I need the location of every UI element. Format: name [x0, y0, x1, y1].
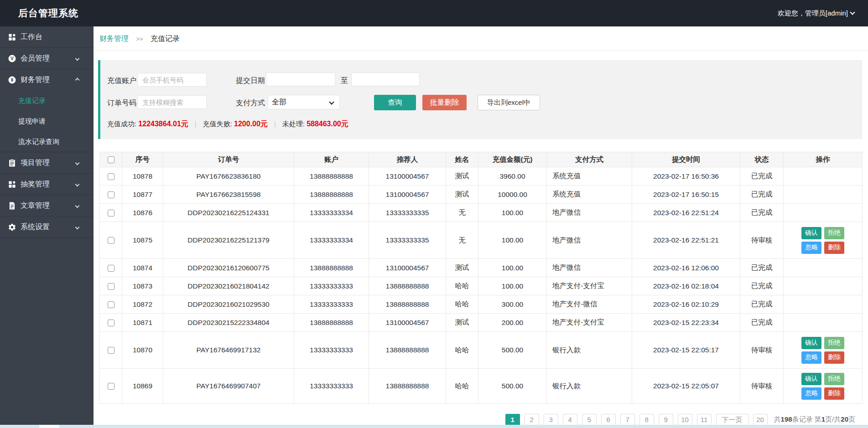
- table-row: 10878PAY16766238361801388888888813100004…: [100, 167, 863, 186]
- table-row: 10869PAY16764699074071333333333313888888…: [100, 369, 863, 404]
- row-checkbox[interactable]: [108, 301, 114, 308]
- account-input[interactable]: [137, 73, 207, 87]
- cell-submit-time: 2023-02-15 22:23:34: [632, 314, 740, 332]
- table-row: 10874DDP20230216120600775138888888881310…: [100, 259, 863, 277]
- payment-select-value: 全部: [272, 98, 286, 106]
- sidebar-item-settings[interactable]: 系统设置: [0, 217, 94, 237]
- reject-button[interactable]: 拒绝: [824, 227, 844, 239]
- sidebar-item-workbench[interactable]: 工作台: [0, 26, 94, 47]
- page-button-1[interactable]: 1: [505, 414, 520, 425]
- ignore-button[interactable]: 忽略: [801, 387, 821, 400]
- cell-order-no: PAY1676623836180: [163, 167, 294, 186]
- sidebar-item-finance[interactable]: ¥财务管理: [0, 69, 94, 90]
- page-button-10[interactable]: 10: [678, 414, 692, 425]
- finance-icon: ¥: [8, 76, 16, 84]
- cell-account: 13333333334: [294, 204, 369, 222]
- row-checkbox[interactable]: [108, 347, 114, 354]
- confirm-button[interactable]: 确认: [801, 337, 821, 349]
- date-label: 提交日期: [236, 76, 265, 86]
- delete-button[interactable]: 删除: [824, 242, 844, 254]
- cell-actions: [784, 314, 863, 332]
- cell-status: 已完成: [740, 167, 784, 186]
- cell-order-no: DDP20230216225121379: [163, 222, 294, 259]
- account-label: 充值账户: [107, 76, 136, 86]
- row-checkbox[interactable]: [108, 237, 114, 244]
- row-checkbox[interactable]: [108, 320, 114, 326]
- row-checkbox[interactable]: [108, 210, 114, 217]
- scrollbar-thumb[interactable]: [39, 425, 59, 428]
- date-to-input[interactable]: [351, 72, 420, 86]
- breadcrumb-parent[interactable]: 财务管理: [99, 35, 129, 42]
- row-checkbox[interactable]: [108, 191, 114, 198]
- page-button-3[interactable]: 3: [544, 414, 558, 425]
- cell-order-no: PAY1676469907407: [163, 369, 294, 404]
- date-from-input[interactable]: [266, 72, 335, 86]
- sidebar-item-member[interactable]: V会员管理: [0, 48, 94, 69]
- delete-button[interactable]: 删除: [824, 351, 844, 364]
- cell-submit-time: 2023-02-16 02:10:29: [632, 295, 740, 314]
- cell-actions: [784, 295, 863, 314]
- sidebar-item-article[interactable]: 文章管理: [0, 195, 94, 216]
- breadcrumb-bar: 财务管理 >> 充值记录: [94, 26, 868, 51]
- page-button-11[interactable]: 11: [697, 414, 712, 425]
- batch-delete-button[interactable]: 批量删除: [422, 95, 467, 110]
- page-button-8[interactable]: 8: [639, 414, 654, 425]
- search-button[interactable]: 查询: [374, 95, 416, 110]
- cell-order-no: PAY1676623815598: [163, 186, 294, 204]
- sidebar-item-project[interactable]: 项目管理: [0, 152, 94, 173]
- row-checkbox[interactable]: [108, 265, 114, 272]
- records-table: 序号订单号账户推荐人姓名充值金额(元)支付方式提交时间状态操作 10878PAY…: [99, 152, 863, 404]
- sidebar-item-label: 文章管理: [21, 201, 50, 211]
- sidebar-item-lottery[interactable]: 抽奖管理: [0, 174, 94, 195]
- delete-button[interactable]: 删除: [824, 387, 844, 400]
- cell-account: 13333333334: [294, 222, 369, 259]
- row-checkbox[interactable]: [108, 383, 114, 390]
- select-all-checkbox[interactable]: [108, 156, 114, 163]
- confirm-button[interactable]: 确认: [801, 227, 821, 239]
- cell-payment-method: 地产微信: [547, 222, 632, 259]
- cell-status: 待审核: [740, 369, 784, 404]
- page-button-4[interactable]: 4: [563, 414, 577, 425]
- last-page-button[interactable]: 20: [753, 414, 768, 425]
- sidebar-item-label: 项目管理: [21, 158, 50, 168]
- sidebar-subitem-transaction-query[interactable]: 流水记录查询: [0, 131, 94, 152]
- confirm-button[interactable]: 确认: [801, 373, 821, 385]
- page-button-7[interactable]: 7: [620, 414, 635, 425]
- stat-label: 充值成功:: [107, 120, 138, 128]
- cell-submit-time: 2023-02-16 22:51:21: [632, 222, 740, 259]
- cell-referrer: 13333333335: [369, 204, 446, 222]
- cell-actions: [784, 277, 863, 295]
- payment-select[interactable]: 全部: [268, 95, 340, 109]
- cell-name: 测试: [446, 314, 478, 332]
- export-excel-button[interactable]: 导出到excel中: [478, 95, 540, 110]
- page-button-2[interactable]: 2: [525, 414, 539, 425]
- cell-account: 13333333333: [294, 295, 369, 314]
- pagination-summary: 共198条记录 第1页/共20页: [774, 415, 855, 424]
- order-input[interactable]: [137, 95, 207, 109]
- doc-icon: [8, 201, 16, 210]
- sidebar-subitem-recharge-records[interactable]: 充值记录: [0, 90, 94, 111]
- cell-actions: 确认拒绝忽略删除: [784, 222, 863, 259]
- page-button-5[interactable]: 5: [582, 414, 597, 425]
- user-menu[interactable]: 欢迎您，管理员[admin]: [778, 0, 854, 26]
- row-checkbox[interactable]: [108, 283, 114, 290]
- reject-button[interactable]: 拒绝: [824, 373, 844, 385]
- reject-button[interactable]: 拒绝: [824, 337, 844, 349]
- next-page-button[interactable]: 下一页: [716, 414, 748, 425]
- horizontal-scrollbar[interactable]: [0, 425, 868, 428]
- page-button-6[interactable]: 6: [601, 414, 616, 425]
- table-row: 10873DDP20230216021804142133333333331388…: [100, 277, 863, 295]
- sidebar-subitem-withdraw-apply[interactable]: 提现申请: [0, 111, 94, 131]
- sidebar-item-label: 会员管理: [21, 54, 50, 63]
- page-button-9[interactable]: 9: [659, 414, 673, 425]
- ignore-button[interactable]: 忽略: [801, 242, 821, 254]
- cell-actions: [784, 204, 863, 222]
- chevron-up-icon: [75, 77, 80, 82]
- row-checkbox[interactable]: [108, 173, 114, 180]
- cell-amount: 500.00: [478, 332, 547, 369]
- chevron-down-icon: [75, 225, 80, 229]
- cell-amount: 100.00: [478, 259, 547, 277]
- chevron-down-icon: [75, 182, 80, 186]
- ignore-button[interactable]: 忽略: [801, 351, 821, 364]
- cell-payment-method: 银行入款: [547, 332, 632, 369]
